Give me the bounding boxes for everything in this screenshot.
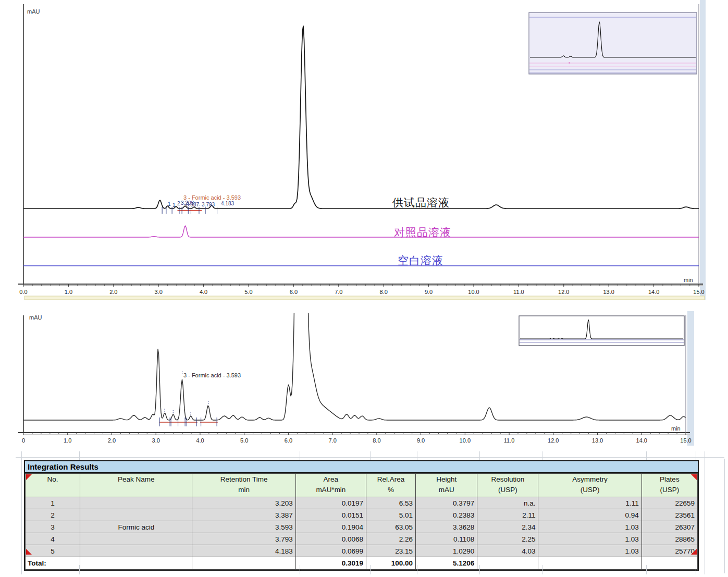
inset-trace [530, 22, 696, 57]
x-axis-unit-label: min [684, 277, 693, 283]
column-header: Rel.Area% [366, 474, 415, 497]
blank-solution-label: 空白溶液 [398, 253, 443, 268]
table-cell [477, 557, 538, 570]
x-tick-label: 9.0 [417, 289, 440, 295]
x-tick-label: 5.0 [233, 437, 256, 444]
x-tick-label: 10.0 [462, 289, 485, 295]
sample-solution-label: 供试品溶液 [392, 195, 450, 210]
table-title: Integration Results [25, 461, 698, 473]
print-area-marker-icon [26, 474, 32, 480]
peak-annotation: 2 [177, 201, 180, 206]
x-tick-label: 7.0 [327, 289, 350, 295]
thumbnail-inset [519, 316, 684, 346]
x-tick-label: 1.0 [56, 437, 79, 444]
table-cell: 1.0290 [416, 545, 477, 557]
table-cell: 3.3628 [416, 521, 477, 533]
x-tick-label: 6.0 [277, 437, 300, 444]
table-cell: 1.03 [538, 533, 641, 545]
x-tick-label: 13.0 [586, 437, 609, 444]
peak-annotation: 4.183 [221, 201, 234, 206]
table-cell: 4 [26, 533, 80, 545]
table-cell: 2.34 [477, 521, 538, 533]
x-tick-label: 8.0 [372, 289, 395, 295]
table-cell: 2 [26, 509, 80, 521]
x-tick-label: 7.0 [321, 437, 344, 444]
table-cell: 1.03 [538, 521, 641, 533]
table-cell: 0.0197 [295, 497, 366, 509]
x-tick-label: 14.0 [643, 289, 665, 295]
x-tick-label: 8.0 [365, 437, 388, 444]
thumbnail-inset [529, 13, 697, 74]
table-cell [80, 533, 192, 545]
gridline-remnant [479, 565, 480, 574]
table-cell: 0.0699 [295, 545, 366, 557]
table-cell: 0.3797 [416, 497, 477, 509]
table-cell: 1.11 [538, 497, 641, 509]
table-cell: 0.2383 [416, 509, 477, 521]
table-cell: 2.26 [366, 533, 415, 545]
table-cell: Formic acid [80, 521, 192, 533]
x-tick-label: 13.0 [597, 289, 620, 295]
x-tick-label: 3.0 [144, 437, 167, 444]
x-tick-label: 11.0 [507, 289, 530, 295]
column-header: AreamAU*min [295, 474, 366, 497]
table-cell: 2.25 [477, 533, 538, 545]
x-tick-label: 15.0 [674, 437, 697, 444]
table-cell: Total: [26, 557, 80, 570]
gridline-remnant [79, 451, 80, 460]
table-cell: 3 [26, 521, 80, 533]
gridline-remnant [370, 451, 371, 460]
x-tick-label: 0.0 [12, 289, 35, 295]
axis-band [24, 296, 705, 300]
table-cell: 1 [26, 497, 80, 509]
x-tick-label: 6.0 [282, 289, 305, 295]
table-cell: 25770 [641, 545, 697, 557]
x-tick-label: 15.0 [687, 289, 710, 295]
table-total-row: Total:0.3019100.005.1206 [26, 557, 698, 570]
table-cell: 26307 [641, 521, 697, 533]
table-cell [80, 557, 192, 570]
gridline-remnant [696, 451, 696, 460]
x-tick-label: 0 [12, 437, 35, 444]
table-row: 23.3870.01515.010.23832.110.9423561 [26, 509, 698, 521]
x-axis-unit-label: min [671, 425, 681, 432]
table-row: 13.2030.01976.530.3797n.a.1.1122659 [26, 497, 698, 509]
column-header: Peak Name [80, 474, 192, 497]
table-cell: 0.94 [538, 509, 641, 521]
x-tick-label: 2.0 [102, 289, 125, 295]
x-tick-label: 5.0 [237, 289, 260, 295]
table-row: 3Formic acid3.5930.190463.053.36282.341.… [26, 521, 698, 533]
table-cell: 2.11 [477, 509, 538, 521]
gridline-remnant [724, 459, 725, 573]
table-cell: 23561 [641, 509, 697, 521]
table-row: 54.1830.069923.151.02904.031.0325770 [26, 545, 698, 557]
reference-solution-label: 对照品溶液 [394, 225, 451, 240]
table-cell: 0.0151 [295, 509, 366, 521]
x-tick-label: 3.0 [147, 289, 170, 295]
gridline-remnant [479, 451, 480, 460]
table-cell: 22659 [641, 497, 697, 509]
peak-annotation: 1 [172, 203, 176, 208]
x-tick-label: 11.0 [498, 437, 521, 444]
x-tick-label: 10.0 [453, 437, 476, 444]
table-cell: n.a. [477, 497, 538, 509]
table-cell: 63.05 [366, 521, 415, 533]
x-tick-label: 4.0 [189, 437, 212, 444]
inset-trace [520, 320, 683, 339]
table-cell: 5 [26, 545, 80, 557]
y-axis-unit-label: mAU [29, 314, 42, 321]
column-header: No. [26, 474, 80, 497]
integration-grid: No.Peak NameRetention TimeminAreamAU*min… [25, 473, 698, 570]
column-header: Asymmetry(USP) [538, 474, 641, 497]
gridline-remnant [417, 565, 417, 574]
table-cell: 6.53 [366, 497, 415, 509]
table-cell: 100.00 [366, 557, 415, 570]
table-cell: 28865 [641, 533, 697, 545]
table-cell: 3.593 [192, 521, 295, 533]
x-tick-label: 12.0 [552, 289, 575, 295]
gridline-remnant [79, 565, 80, 574]
table-cell [80, 545, 192, 557]
trace-sample-zoom [23, 0, 686, 420]
x-tick-label: 4.0 [192, 289, 215, 295]
trace-sample [23, 26, 699, 208]
